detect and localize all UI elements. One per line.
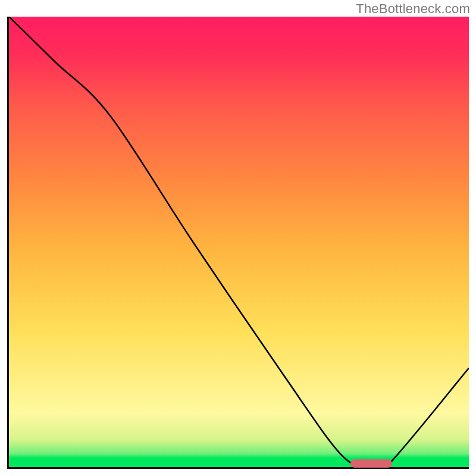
curve-svg [9, 17, 469, 467]
bottleneck-curve [9, 17, 469, 467]
optimal-marker [350, 459, 392, 468]
attribution-text: TheBottleneck.com [356, 1, 470, 17]
plot-area [7, 17, 469, 469]
chart-frame: TheBottleneck.com [0, 0, 476, 476]
